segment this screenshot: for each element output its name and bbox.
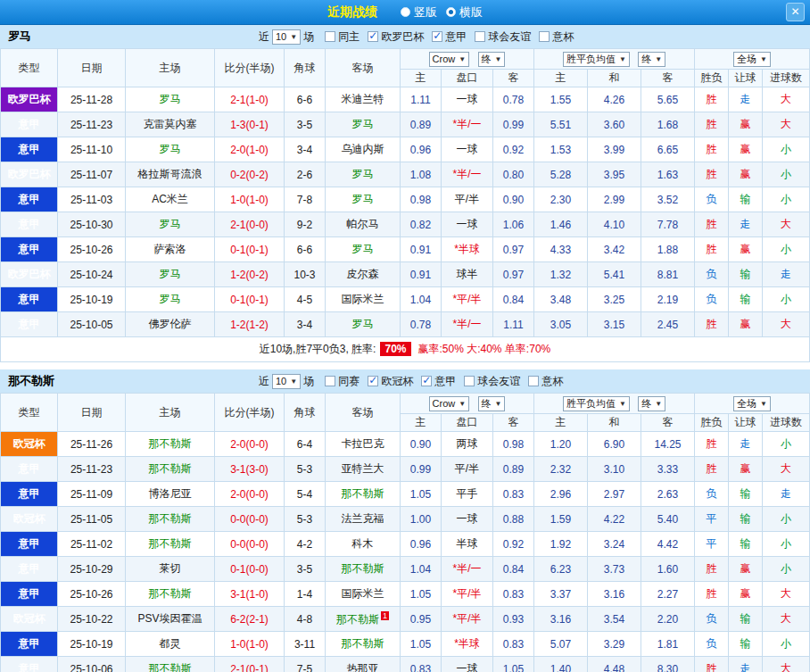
home-team[interactable]: 罗马 — [126, 287, 215, 312]
vertical-layout-radio-label[interactable]: 竖版 — [414, 4, 437, 21]
home-team[interactable]: 博洛尼亚 — [126, 482, 215, 507]
vertical-layout-radio[interactable] — [401, 7, 410, 17]
bookmaker-select[interactable]: Crow▼ — [429, 52, 470, 67]
filter-checkbox-label: 意杯 — [541, 374, 563, 389]
col-score: 比分(半场) — [215, 49, 285, 87]
match-date: 25-10-22 — [58, 607, 126, 632]
team-header-bar: 那不勒斯 近 10▼ 场 同赛欧冠杯意甲球会友谊意杯 — [0, 369, 810, 393]
final-odds-select[interactable]: 终▼ — [638, 52, 665, 67]
match-count-select[interactable]: 10▼ — [272, 374, 301, 389]
checkbox-checked-icon[interactable] — [368, 31, 378, 42]
away-team[interactable]: 那不勒斯1 — [326, 607, 401, 632]
filter-checkbox[interactable]: 欧罗巴杯 — [368, 29, 424, 45]
home-team[interactable]: AC米兰 — [126, 187, 215, 212]
euro-home-odds: 4.33 — [534, 237, 588, 262]
home-team[interactable]: 那不勒斯 — [126, 657, 215, 672]
matches-body: 欧冠杯25-11-26那不勒斯2-0(0-0)6-4卡拉巴克0.90两球0.98… — [1, 432, 810, 672]
euro-draw-odds: 6.90 — [588, 432, 641, 457]
away-team[interactable]: 亚特兰大 — [326, 457, 401, 482]
filter-checkbox[interactable]: 意甲 — [432, 29, 467, 45]
match-row: 意甲25-10-29莱切0-1(0-0)3-5那不勒斯1.04*半/一0.846… — [1, 557, 810, 582]
away-team[interactable]: 罗马 — [326, 187, 401, 212]
filter-checkbox[interactable]: 同主 — [325, 29, 360, 45]
checkbox-checked-icon[interactable] — [432, 31, 442, 42]
home-team[interactable]: 那不勒斯 — [126, 507, 215, 532]
home-team[interactable]: 那不勒斯 — [126, 582, 215, 607]
away-team[interactable]: 乌迪内斯 — [326, 137, 401, 162]
home-team[interactable]: 佛罗伦萨 — [126, 312, 215, 337]
fulltime-select[interactable]: 全场▼ — [733, 396, 771, 411]
home-team[interactable]: 那不勒斯 — [126, 532, 215, 557]
checkbox-checked-icon[interactable] — [368, 376, 378, 386]
away-team[interactable]: 罗马 — [326, 112, 401, 137]
wdl-average-select[interactable]: 胜平负均值▼ — [563, 396, 630, 411]
home-team[interactable]: 罗马 — [126, 212, 215, 237]
home-team[interactable]: 都灵 — [126, 632, 215, 657]
bookmaker-select[interactable]: Crow▼ — [429, 396, 470, 411]
away-team[interactable]: 罗马 — [326, 312, 401, 337]
final-odds-select[interactable]: 终▼ — [478, 396, 506, 411]
asian-handicap: 半球 — [442, 532, 493, 557]
filter-checkbox[interactable]: 意杯 — [528, 374, 563, 389]
horizontal-layout-radio-label[interactable]: 横版 — [459, 4, 483, 21]
home-team[interactable]: 格拉斯哥流浪 — [126, 162, 215, 187]
filter-checkbox[interactable]: 意杯 — [539, 29, 574, 45]
match-date: 25-10-30 — [58, 212, 126, 237]
close-button[interactable]: ✕ — [786, 3, 805, 21]
wdl-result: 负 — [695, 607, 729, 632]
away-team[interactable]: 国际米兰 — [326, 287, 401, 312]
asian-handicap: *半球 — [442, 632, 493, 657]
final-odds-select[interactable]: 终▼ — [478, 52, 506, 67]
away-team[interactable]: 罗马 — [326, 162, 401, 187]
matches-body: 欧罗巴杯25-11-28罗马2-1(1-0)6-6米迪兰特1.11一球0.781… — [1, 87, 810, 337]
filter-checkbox[interactable]: 球会友谊 — [464, 374, 520, 389]
home-team[interactable]: 罗马 — [126, 87, 215, 112]
goals-result: 大 — [763, 607, 810, 632]
horizontal-layout-radio[interactable] — [446, 7, 456, 17]
home-team[interactable]: 萨索洛 — [126, 237, 215, 262]
away-team[interactable]: 科木 — [326, 532, 401, 557]
away-team[interactable]: 皮尔森 — [326, 262, 401, 287]
home-team[interactable]: 莱切 — [126, 557, 215, 582]
home-team[interactable]: PSV埃因霍温 — [126, 607, 215, 632]
home-team[interactable]: 罗马 — [126, 137, 215, 162]
filter-checkbox[interactable]: 球会友谊 — [475, 29, 531, 45]
asian-home-odds: 0.82 — [401, 212, 442, 237]
home-team[interactable]: 那不勒斯 — [126, 457, 215, 482]
away-team[interactable]: 卡拉巴克 — [326, 432, 401, 457]
away-team[interactable]: 帕尔马 — [326, 212, 401, 237]
asian-handicap: *半/一 — [442, 557, 493, 582]
wdl-result: 胜 — [695, 137, 729, 162]
home-team[interactable]: 那不勒斯 — [126, 432, 215, 457]
select-value: 胜平负均值 — [566, 398, 616, 410]
fulltime-select[interactable]: 全场▼ — [733, 52, 771, 67]
filter-checkbox-label: 意甲 — [445, 29, 467, 45]
checkbox-unchecked-icon[interactable] — [464, 376, 475, 386]
away-team[interactable]: 那不勒斯 — [326, 557, 401, 582]
away-team[interactable]: 国际米兰 — [326, 582, 401, 607]
away-team[interactable]: 那不勒斯 — [326, 482, 401, 507]
checkbox-unchecked-icon[interactable] — [325, 31, 335, 42]
checkbox-unchecked-icon[interactable] — [475, 31, 485, 42]
checkbox-unchecked-icon[interactable] — [528, 376, 539, 386]
checkbox-unchecked-icon[interactable] — [325, 376, 335, 386]
filter-checkbox[interactable]: 同赛 — [325, 374, 360, 389]
euro-away-odds: 3.52 — [641, 187, 695, 212]
away-team[interactable]: 那不勒斯 — [326, 632, 401, 657]
away-team[interactable]: 法兰克福 — [326, 507, 401, 532]
home-team[interactable]: 克雷莫内塞 — [126, 112, 215, 137]
competition-badge: 意甲 — [1, 632, 58, 657]
filter-checkbox[interactable]: 意甲 — [421, 374, 456, 389]
match-row: 意甲25-11-03AC米兰1-0(1-0)7-8罗马0.98平/半0.902.… — [1, 187, 810, 212]
wdl-average-select[interactable]: 胜平负均值▼ — [563, 52, 630, 67]
away-team[interactable]: 米迪兰特 — [326, 87, 401, 112]
away-team[interactable]: 热那亚 — [326, 657, 401, 672]
home-team[interactable]: 罗马 — [126, 262, 215, 287]
match-count-select[interactable]: 10▼ — [272, 29, 301, 45]
filter-checkbox[interactable]: 欧冠杯 — [368, 374, 413, 389]
asian-home-odds: 1.05 — [401, 482, 442, 507]
checkbox-unchecked-icon[interactable] — [539, 31, 550, 42]
final-odds-select[interactable]: 终▼ — [638, 396, 665, 411]
away-team[interactable]: 罗马 — [326, 237, 401, 262]
checkbox-checked-icon[interactable] — [421, 376, 432, 386]
